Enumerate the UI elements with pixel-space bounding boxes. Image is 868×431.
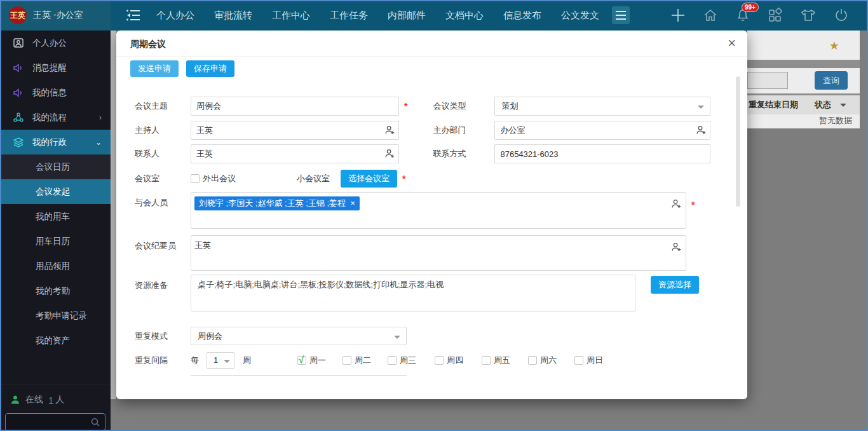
host-label: 主持人 bbox=[135, 125, 191, 136]
top-navbar: 王英 王英 -办公室 个人办公 审批流转 工作中心 工作任务 内部邮件 文档中心… bbox=[0, 0, 868, 31]
dialog-scrollbar[interactable] bbox=[736, 76, 740, 207]
day-checkbox-thu[interactable] bbox=[435, 356, 444, 365]
sidebar-item-my-car[interactable]: 我的用车 bbox=[0, 204, 111, 229]
day-checkbox-mon[interactable] bbox=[297, 356, 306, 365]
outside-meeting-checkbox[interactable] bbox=[191, 174, 200, 183]
day-label: 周日 bbox=[587, 355, 603, 366]
sidebar-item-my-attendance[interactable]: 我的考勤 bbox=[0, 278, 111, 303]
chevron-down-icon: ⌄ bbox=[95, 138, 102, 147]
choose-resources-button[interactable]: 资源选择 bbox=[651, 276, 699, 294]
phone-input[interactable] bbox=[494, 144, 710, 163]
sidebar-item-my-admin[interactable]: 我的行政 ⌄ bbox=[0, 130, 111, 154]
resources-box[interactable]: 桌子;椅子;电脑;电脑桌;讲台;黑板;投影仪;数据线;打印机;显示器;电视 bbox=[191, 275, 635, 311]
nav-item-approval-flow[interactable]: 审批流转 bbox=[214, 10, 252, 22]
person-add-icon[interactable] bbox=[695, 125, 707, 136]
attendees-chip[interactable]: 刘晓宇 ;李国天 ;赵华威 ;王英 ;王锦 ;姜程× bbox=[194, 196, 360, 210]
person-add-icon[interactable] bbox=[384, 125, 395, 136]
repeat-mode-label: 重复模式 bbox=[135, 331, 191, 342]
nav-item-document-center[interactable]: 文档中心 bbox=[445, 10, 484, 22]
sidebar-item-message-alerts[interactable]: 消息提醒 bbox=[0, 55, 111, 80]
underlying-list-panel: ★ 查询 重复结束日期 状态 暂无数据 bbox=[747, 31, 860, 128]
search-icon[interactable] bbox=[90, 417, 100, 427]
sidebar-item-personal-office[interactable]: 个人办公 bbox=[0, 31, 111, 55]
list-search-input[interactable] bbox=[747, 72, 788, 89]
nav-item-work-tasks[interactable]: 工作任务 bbox=[330, 10, 368, 22]
day-label: 周一 bbox=[309, 355, 326, 366]
day-checkbox-sun[interactable] bbox=[574, 356, 583, 365]
host-input[interactable] bbox=[191, 121, 399, 140]
chip-remove-icon[interactable]: × bbox=[350, 198, 355, 208]
nav-item-internal-mail[interactable]: 内部邮件 bbox=[388, 10, 426, 22]
sidebar-item-my-messages[interactable]: 我的信息 bbox=[0, 80, 111, 105]
collapse-menu-icon[interactable] bbox=[126, 9, 142, 22]
contact-input[interactable] bbox=[191, 144, 399, 163]
chevron-down-icon bbox=[224, 360, 230, 363]
sidebar: 个人办公 消息提醒 我的信息 我的流程 › 我的行政 ⌄ 会议日历 会议发起 我… bbox=[0, 31, 111, 431]
navbar-actions: 99+ bbox=[670, 8, 868, 23]
attendees-label: 与会人员 bbox=[135, 197, 191, 209]
contact-label: 联系人 bbox=[135, 148, 191, 160]
sidebar-item-meeting-initiate[interactable]: 会议发起 bbox=[0, 179, 111, 204]
interval-unit: 周 bbox=[243, 355, 251, 366]
underlying-page-edge bbox=[111, 31, 116, 399]
home-icon[interactable] bbox=[703, 8, 718, 23]
online-label: 在线 bbox=[25, 394, 43, 406]
speaker-icon bbox=[13, 62, 24, 74]
interval-count-select[interactable]: 1 bbox=[207, 352, 234, 369]
day-checkbox-fri[interactable] bbox=[482, 356, 491, 365]
sidebar-item-meeting-calendar[interactable]: 会议日历 bbox=[0, 154, 111, 179]
nav-item-info-publish[interactable]: 信息发布 bbox=[503, 10, 541, 22]
dialog-title: 周期会议 bbox=[116, 31, 747, 57]
column-status[interactable]: 状态 bbox=[815, 99, 831, 111]
chevron-down-icon bbox=[698, 106, 704, 109]
recorder-box[interactable]: 王英 bbox=[191, 235, 686, 271]
phone-label: 联系方式 bbox=[433, 148, 494, 160]
more-menu-icon[interactable] bbox=[612, 6, 630, 24]
recorder-label: 会议纪要员 bbox=[135, 240, 191, 252]
sidebar-item-supplies[interactable]: 用品领用 bbox=[0, 254, 111, 278]
repeat-interval-label: 重复间隔 bbox=[135, 355, 191, 366]
sidebar-item-my-workflow[interactable]: 我的流程 › bbox=[0, 105, 111, 130]
type-label: 会议类型 bbox=[433, 100, 494, 112]
theme-icon[interactable] bbox=[800, 8, 817, 23]
sidebar-item-car-calendar[interactable]: 用车日历 bbox=[0, 229, 111, 254]
nav-item-work-center[interactable]: 工作中心 bbox=[272, 10, 310, 22]
person-add-icon[interactable] bbox=[384, 148, 395, 160]
day-label: 周四 bbox=[447, 355, 463, 366]
subject-input[interactable] bbox=[191, 97, 399, 116]
repeat-mode-select[interactable]: 周例会 bbox=[191, 327, 407, 345]
online-suffix: 人 bbox=[55, 394, 64, 406]
notification-badge: 99+ bbox=[742, 3, 759, 12]
person-add-icon[interactable] bbox=[670, 198, 682, 210]
close-icon[interactable]: × bbox=[728, 36, 736, 51]
power-icon[interactable] bbox=[834, 8, 849, 23]
plus-icon[interactable] bbox=[670, 8, 686, 23]
save-request-button[interactable]: 保存申请 bbox=[186, 60, 234, 77]
query-button[interactable]: 查询 bbox=[815, 71, 848, 90]
favorite-star-icon[interactable]: ★ bbox=[829, 39, 839, 53]
sidebar-item-my-assets[interactable]: 我的资产 bbox=[0, 328, 111, 353]
day-checkbox-wed[interactable] bbox=[388, 356, 397, 365]
day-checkbox-tue[interactable] bbox=[342, 356, 351, 365]
person-add-icon[interactable] bbox=[670, 242, 682, 253]
dept-label: 主办部门 bbox=[433, 125, 494, 136]
avatar[interactable]: 王英 bbox=[9, 6, 27, 24]
user-logo-area[interactable]: 王英 王英 -办公室 bbox=[0, 0, 111, 31]
send-request-button[interactable]: 发送申请 bbox=[130, 60, 179, 77]
day-checkbox-sat[interactable] bbox=[528, 356, 537, 365]
bell-icon[interactable]: 99+ bbox=[735, 8, 750, 23]
sidebar-item-attendance-records[interactable]: 考勤申请记录 bbox=[0, 303, 111, 328]
user-monitor-icon bbox=[13, 38, 24, 49]
column-filter-caret-icon[interactable] bbox=[840, 104, 846, 107]
layers-icon bbox=[13, 137, 24, 148]
outside-meeting-label: 外出会议 bbox=[203, 173, 236, 184]
choose-room-button[interactable]: 选择会议室 bbox=[341, 170, 397, 188]
apps-icon[interactable] bbox=[768, 8, 783, 23]
dept-input[interactable] bbox=[494, 121, 710, 140]
required-mark: * bbox=[691, 200, 695, 210]
nav-item-personal-office[interactable]: 个人办公 bbox=[156, 10, 194, 22]
meeting-type-select[interactable]: 策划 bbox=[494, 97, 710, 116]
attendees-box[interactable]: 刘晓宇 ;李国天 ;赵华威 ;王英 ;王锦 ;姜程× bbox=[191, 192, 686, 229]
next-row-edge bbox=[191, 375, 407, 376]
nav-item-official-doc[interactable]: 公文发文 bbox=[561, 10, 599, 22]
